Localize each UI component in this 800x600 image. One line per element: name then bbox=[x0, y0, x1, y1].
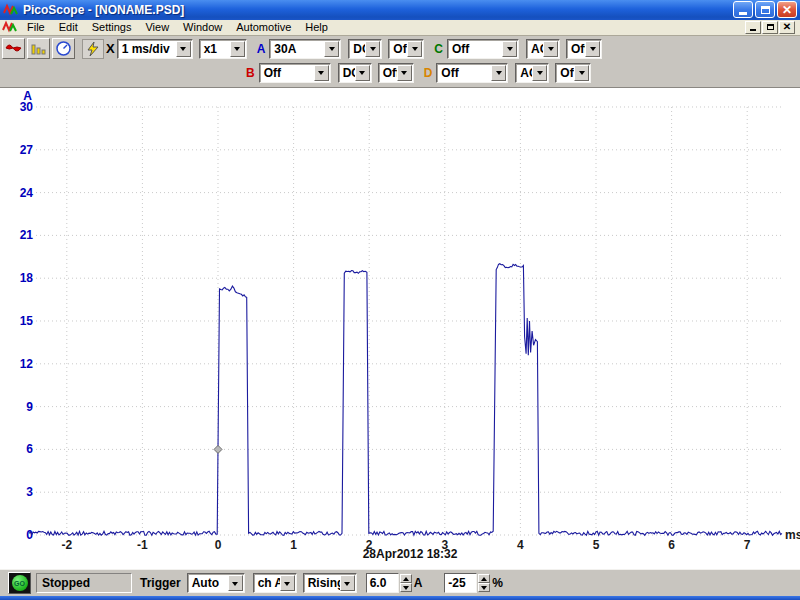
channel-b-option-select[interactable]: Off bbox=[378, 63, 414, 83]
trigger-level-input[interactable]: 6.0 bbox=[366, 573, 399, 593]
channel-b-range-select[interactable]: Off bbox=[259, 63, 331, 83]
svg-text:7: 7 bbox=[744, 538, 751, 552]
menu-edit[interactable]: Edit bbox=[52, 19, 85, 35]
meter-view-button[interactable] bbox=[52, 38, 75, 59]
go-button[interactable]: GO bbox=[8, 572, 31, 594]
svg-text:ms: ms bbox=[785, 528, 800, 542]
toolbar-row-1: X 1 ms/div x1 A 30A DC Off C bbox=[0, 38, 800, 60]
restore-button[interactable] bbox=[755, 1, 775, 18]
meter-gauge-icon bbox=[55, 41, 72, 56]
minimize-icon bbox=[750, 29, 756, 31]
menu-view[interactable]: View bbox=[138, 19, 176, 35]
window-title: PicoScope - [NONAME.PSD] bbox=[23, 3, 733, 17]
trigger-label: Trigger bbox=[140, 576, 181, 590]
chevron-down-icon[interactable] bbox=[491, 65, 506, 81]
trigger-channel-select[interactable]: ch A bbox=[253, 573, 297, 593]
chevron-down-icon[interactable] bbox=[502, 41, 517, 57]
chevron-down-icon[interactable] bbox=[365, 41, 380, 57]
channel-d-label: D bbox=[424, 66, 433, 80]
spin-down-button[interactable] bbox=[400, 583, 412, 592]
svg-text:5: 5 bbox=[593, 538, 600, 552]
channel-a-label: A bbox=[257, 42, 266, 56]
spin-up-button[interactable] bbox=[400, 574, 412, 583]
chevron-down-icon[interactable] bbox=[543, 41, 558, 57]
spectrum-view-button[interactable] bbox=[27, 38, 50, 59]
close-button[interactable]: ✕ bbox=[777, 1, 797, 18]
chevron-down-icon[interactable] bbox=[176, 41, 191, 57]
channel-c-label: C bbox=[434, 42, 443, 56]
chevron-down-icon[interactable] bbox=[355, 65, 370, 81]
spin-up-button[interactable] bbox=[478, 574, 490, 583]
trigger-marker-button[interactable] bbox=[82, 39, 104, 59]
trigger-mode-select[interactable]: Auto bbox=[187, 573, 245, 593]
trigger-delay-input[interactable]: -25 bbox=[444, 573, 477, 593]
chevron-down-icon[interactable] bbox=[574, 65, 589, 81]
toolbar-row-2: B Off DC Off D Off AC Of bbox=[0, 62, 800, 84]
menu-automotive[interactable]: Automotive bbox=[229, 19, 298, 35]
svg-text:3: 3 bbox=[26, 485, 33, 499]
minimize-button[interactable] bbox=[733, 1, 753, 18]
menu-file[interactable]: File bbox=[20, 19, 52, 35]
svg-text:27: 27 bbox=[20, 143, 34, 157]
capture-status: Stopped bbox=[36, 573, 132, 593]
go-icon: GO bbox=[12, 575, 28, 591]
menu-window[interactable]: Window bbox=[176, 19, 229, 35]
scope-display: A302724211815129630-2-101234567ms28Apr20… bbox=[0, 88, 800, 569]
menubar: File Edit Settings View Window Automotiv… bbox=[0, 20, 800, 36]
trigger-level-spinner: 6.0 bbox=[366, 573, 412, 593]
svg-text:0: 0 bbox=[215, 538, 222, 552]
multiplier-select[interactable]: x1 bbox=[199, 39, 247, 59]
channel-d-option-select[interactable]: Off bbox=[555, 63, 591, 83]
trigger-marker-diamond[interactable] bbox=[214, 445, 222, 453]
restore-icon bbox=[767, 24, 774, 30]
channel-a-coupling-select[interactable]: DC bbox=[348, 39, 382, 59]
chevron-down-icon[interactable] bbox=[230, 41, 245, 57]
scope-view-button[interactable] bbox=[2, 38, 25, 59]
trigger-edge-select[interactable]: Rising bbox=[303, 573, 357, 593]
trigger-level-unit: A bbox=[414, 576, 423, 590]
menu-settings[interactable]: Settings bbox=[85, 19, 139, 35]
mdi-close-button[interactable]: ✕ bbox=[779, 21, 795, 34]
channel-c-coupling-select[interactable]: AC bbox=[526, 39, 560, 59]
channel-c-range-select[interactable]: Off bbox=[447, 39, 519, 59]
timebase-select[interactable]: 1 ms/div bbox=[117, 39, 193, 59]
chevron-down-icon[interactable] bbox=[532, 65, 547, 81]
channel-d-coupling-select[interactable]: AC bbox=[515, 63, 549, 83]
mdi-child-controls: ✕ bbox=[745, 21, 798, 34]
chevron-down-icon[interactable] bbox=[407, 41, 422, 57]
channel-d-range-select[interactable]: Off bbox=[436, 63, 508, 83]
svg-text:12: 12 bbox=[20, 357, 34, 371]
channel-c-option-select[interactable]: Off bbox=[566, 39, 602, 59]
minimize-icon bbox=[739, 12, 747, 15]
picoscope-window: PicoScope - [NONAME.PSD] ✕ File Edit Set… bbox=[0, 0, 800, 600]
svg-text:6: 6 bbox=[668, 538, 675, 552]
picoscope-app-icon bbox=[3, 3, 19, 17]
menu-help[interactable]: Help bbox=[298, 19, 335, 35]
svg-text:9: 9 bbox=[26, 399, 33, 413]
svg-text:18: 18 bbox=[20, 271, 34, 285]
document-icon[interactable] bbox=[2, 20, 18, 34]
chevron-down-icon[interactable] bbox=[340, 575, 355, 591]
svg-text:6: 6 bbox=[26, 442, 33, 456]
chevron-down-icon[interactable] bbox=[324, 41, 339, 57]
svg-text:21: 21 bbox=[20, 228, 34, 242]
toolbar: X 1 ms/div x1 A 30A DC Off C bbox=[0, 36, 800, 88]
channel-a-range-select[interactable]: 30A bbox=[269, 39, 341, 59]
chevron-down-icon[interactable] bbox=[585, 41, 600, 57]
svg-text:28Apr2012 18:32: 28Apr2012 18:32 bbox=[363, 547, 458, 561]
chevron-down-icon[interactable] bbox=[314, 65, 329, 81]
spin-down-button[interactable] bbox=[478, 583, 490, 592]
mdi-restore-button[interactable] bbox=[762, 21, 778, 34]
channel-a-option-select[interactable]: Off bbox=[388, 39, 424, 59]
scope-waveform-icon bbox=[5, 42, 22, 55]
scope-plot: A302724211815129630-2-101234567ms28Apr20… bbox=[0, 88, 800, 569]
svg-text:4: 4 bbox=[517, 538, 524, 552]
channel-b-coupling-select[interactable]: DC bbox=[338, 63, 372, 83]
x-axis-label: X bbox=[106, 41, 115, 56]
chevron-down-icon[interactable] bbox=[397, 65, 412, 81]
restore-icon bbox=[761, 6, 770, 14]
chevron-down-icon[interactable] bbox=[228, 575, 243, 591]
chevron-down-icon[interactable] bbox=[280, 575, 295, 591]
lightning-icon bbox=[85, 41, 101, 57]
mdi-minimize-button[interactable] bbox=[745, 21, 761, 34]
